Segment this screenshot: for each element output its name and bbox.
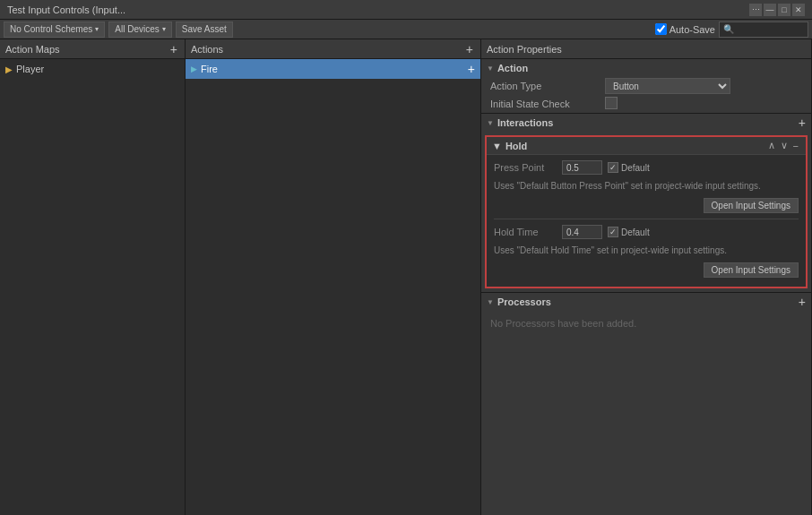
hold-time-row: Hold Time Default <box>494 223 799 241</box>
action-triangle: ▼ <box>487 64 494 73</box>
auto-save-checkbox-label[interactable]: Auto-Save <box>655 23 715 35</box>
interactions-section-label: Interactions <box>497 117 553 128</box>
initial-state-checkbox[interactable] <box>605 97 618 109</box>
no-processors-text: No Processors have been added. <box>490 314 802 332</box>
action-fire-label: Fire <box>201 64 218 74</box>
hold-down-button[interactable]: ∨ <box>779 140 790 151</box>
processors-section-label: Processors <box>497 296 551 307</box>
action-map-label: Player <box>16 64 44 74</box>
action-map-item-player[interactable]: ▶ Player <box>0 59 185 79</box>
toolbar: No Control Schemes All Devices Save Asse… <box>0 20 812 39</box>
initial-state-label: Initial State Check <box>490 99 598 109</box>
interactions-triangle: ▼ <box>487 119 494 127</box>
action-item-fire[interactable]: ▶ Fire + <box>186 59 480 79</box>
title-bar-left: Test Input Controls (Input... <box>7 4 125 15</box>
auto-save-label: Auto-Save <box>669 24 715 35</box>
actions-header: Actions + <box>186 39 480 59</box>
action-section-header: ▼ Action <box>481 59 811 77</box>
press-point-default: Default <box>608 162 650 173</box>
minimize-button[interactable]: — <box>764 4 776 16</box>
press-point-default-label: Default <box>621 163 650 173</box>
hold-header: ▼ Hold ∧ ∨ − <box>487 137 806 155</box>
processors-section: No Processors have been added. <box>481 311 811 336</box>
all-devices-button[interactable]: All Devices <box>108 21 171 38</box>
hold-interaction-box: ▼ Hold ∧ ∨ − Press Point <box>485 135 808 288</box>
action-section-label: Action <box>497 63 528 73</box>
hold-time-input[interactable] <box>562 225 602 239</box>
action-maps-content: ▶ Player <box>0 59 185 515</box>
save-asset-button[interactable]: Save Asset <box>176 21 233 38</box>
save-asset-label: Save Asset <box>182 24 227 34</box>
action-maps-panel: Action Maps + ▶ Player <box>0 39 186 515</box>
no-control-schemes-label: No Control Schemes <box>10 24 92 34</box>
properties-header: Action Properties <box>481 39 811 59</box>
auto-save-checkbox[interactable] <box>655 23 667 35</box>
action-type-value[interactable]: Button <box>605 78 802 94</box>
action-maps-header: Action Maps + <box>0 39 185 59</box>
hold-time-default-checkbox[interactable] <box>608 227 618 237</box>
initial-state-row: Initial State Check <box>481 95 811 113</box>
processors-section-header: ▼ Processors + <box>481 293 811 311</box>
press-point-input[interactable] <box>562 160 602 175</box>
interactions-add-button[interactable]: + <box>799 116 806 130</box>
hold-body: Press Point Default Uses "Default Button… <box>487 155 806 287</box>
actions-title: Actions <box>191 44 223 55</box>
hold-triangle: ▼ <box>492 141 502 151</box>
properties-content: ▼ Action Action Type Button Initial Stat… <box>481 59 811 515</box>
hold-controls: ∧ ∨ − <box>766 140 800 151</box>
menu-button[interactable]: ⋯ <box>749 4 762 16</box>
hold-time-label: Hold Time <box>494 227 557 237</box>
actions-panel: Actions + ▶ Fire + <box>186 39 481 515</box>
processors-add-button[interactable]: + <box>799 295 806 309</box>
maximize-button[interactable]: □ <box>778 4 790 16</box>
hold-up-button[interactable]: ∧ <box>766 140 777 151</box>
hold-remove-button[interactable]: − <box>791 140 800 151</box>
window-title: Test Input Controls (Input... <box>7 4 125 15</box>
press-point-label: Press Point <box>494 162 557 173</box>
main-layout: Action Maps + ▶ Player Actions + ▶ Fire … <box>0 39 812 515</box>
action-type-select[interactable]: Button <box>605 78 730 94</box>
hold-time-desc: Uses "Default Hold Time" set in project-… <box>494 243 799 261</box>
folder-icon: ▶ <box>5 64 13 74</box>
auto-save-area: Auto-Save <box>655 21 808 38</box>
title-bar-controls[interactable]: ⋯ — □ ✕ <box>749 4 805 16</box>
open-input-settings-1-button[interactable]: Open Input Settings <box>704 198 799 213</box>
search-input[interactable] <box>719 21 808 38</box>
press-point-default-checkbox[interactable] <box>608 162 618 173</box>
press-point-desc: Uses "Default Button Press Point" set in… <box>494 178 799 196</box>
press-point-row: Press Point Default <box>494 159 799 176</box>
actions-content: ▶ Fire + <box>186 59 480 515</box>
play-icon: ▶ <box>191 64 197 73</box>
action-type-label: Action Type <box>490 81 598 91</box>
hold-title: Hold <box>505 141 527 151</box>
action-maps-add-button[interactable]: + <box>168 43 179 56</box>
action-type-row: Action Type Button <box>481 77 811 95</box>
title-bar: Test Input Controls (Input... ⋯ — □ ✕ <box>0 0 812 20</box>
actions-add-button[interactable]: + <box>464 43 475 56</box>
action-item-add-button[interactable]: + <box>468 62 475 76</box>
all-devices-label: All Devices <box>115 24 159 34</box>
hold-time-default-label: Default <box>621 227 650 237</box>
properties-title: Action Properties <box>487 44 562 55</box>
initial-state-value[interactable] <box>605 97 802 111</box>
action-maps-title: Action Maps <box>5 44 60 55</box>
processors-triangle: ▼ <box>487 298 494 306</box>
close-button[interactable]: ✕ <box>792 4 805 16</box>
properties-panel: Action Properties ▼ Action Action Type B… <box>481 39 812 515</box>
interactions-section-header: ▼ Interactions + <box>481 114 811 132</box>
no-control-schemes-button[interactable]: No Control Schemes <box>4 21 105 38</box>
hold-time-default: Default <box>608 227 650 237</box>
open-input-settings-2-button[interactable]: Open Input Settings <box>704 262 799 278</box>
